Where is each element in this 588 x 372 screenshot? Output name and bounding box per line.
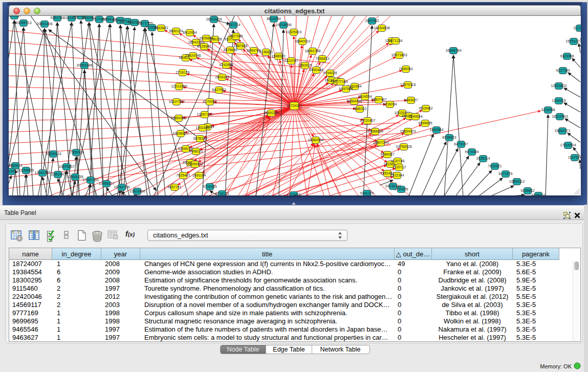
svg-text:7955812: 7955812 <box>315 57 329 60</box>
svg-text:16961758: 16961758 <box>304 49 320 53</box>
svg-text:18807249: 18807249 <box>373 141 388 144</box>
svg-text:7986322: 7986322 <box>353 107 366 111</box>
svg-text:10973493: 10973493 <box>391 53 407 57</box>
svg-text:9699695: 9699695 <box>418 121 432 125</box>
svg-text:9474444: 9474444 <box>465 150 478 154</box>
svg-text:1244415: 1244415 <box>552 99 565 102</box>
svg-text:1931845: 1931845 <box>195 126 209 129</box>
svg-text:7850614: 7850614 <box>9 164 23 167</box>
svg-text:9498222: 9498222 <box>189 149 203 153</box>
svg-text:10756928: 10756928 <box>396 145 411 148</box>
svg-text:8125992: 8125992 <box>197 45 211 48</box>
svg-text:3878335: 3878335 <box>193 137 207 140</box>
svg-text:2718176: 2718176 <box>176 71 189 74</box>
svg-text:12505135: 12505135 <box>67 175 83 179</box>
svg-text:8990448: 8990448 <box>309 68 323 72</box>
svg-text:23055713: 23055713 <box>15 21 31 25</box>
svg-text:12975115: 12975115 <box>400 83 416 86</box>
svg-text:1691144: 1691144 <box>192 173 206 177</box>
svg-text:15720407: 15720407 <box>359 119 375 122</box>
svg-text:9329966: 9329966 <box>560 54 574 58</box>
svg-text:2522344: 2522344 <box>390 173 404 177</box>
svg-text:9341220: 9341220 <box>360 191 374 195</box>
svg-text:8912954: 8912954 <box>183 31 197 34</box>
svg-text:9794028: 9794028 <box>323 71 337 75</box>
svg-text:16099452: 16099452 <box>187 162 203 166</box>
svg-text:16782759: 16782759 <box>114 185 129 189</box>
svg-text:20691406: 20691406 <box>36 22 52 26</box>
svg-text:13267130: 13267130 <box>197 113 212 116</box>
svg-text:15692971: 15692971 <box>554 129 570 133</box>
svg-text:21364436: 21364436 <box>346 99 362 103</box>
svg-text:10654112: 10654112 <box>509 180 525 183</box>
svg-text:16210643: 16210643 <box>552 115 568 118</box>
svg-text:2687682: 2687682 <box>365 19 379 23</box>
svg-text:8471676: 8471676 <box>498 172 512 176</box>
svg-text:9084067: 9084067 <box>380 152 394 156</box>
svg-text:12942757: 12942757 <box>34 171 50 174</box>
svg-text:9327546: 9327546 <box>229 34 243 38</box>
svg-text:6216034: 6216034 <box>383 102 397 106</box>
svg-text:11451947: 11451947 <box>50 172 66 176</box>
svg-text:9515462: 9515462 <box>419 106 432 110</box>
svg-text:5322037: 5322037 <box>284 59 298 62</box>
svg-text:7632621: 7632621 <box>488 164 502 168</box>
svg-text:12923466: 12923466 <box>129 189 145 193</box>
svg-text:20206533: 20206533 <box>45 152 61 156</box>
svg-text:1120712: 1120712 <box>392 165 406 169</box>
svg-text:2803144: 2803144 <box>215 75 229 79</box>
svg-text:10958157: 10958157 <box>98 182 114 185</box>
svg-text:1112456: 1112456 <box>573 26 580 30</box>
svg-text:9227349: 9227349 <box>556 69 570 72</box>
svg-text:20053346: 20053346 <box>76 63 92 67</box>
svg-text:9777169: 9777169 <box>334 80 347 83</box>
svg-text:2867608: 2867608 <box>233 44 247 48</box>
svg-text:9716123: 9716123 <box>215 192 229 195</box>
svg-text:6479197: 6479197 <box>454 142 468 146</box>
svg-text:1549644: 1549644 <box>408 115 422 118</box>
svg-text:9657791: 9657791 <box>167 185 181 189</box>
svg-text:1120746: 1120746 <box>390 159 404 163</box>
svg-text:1588520: 1588520 <box>271 54 285 58</box>
svg-text:10975857: 10975857 <box>58 165 74 168</box>
svg-text:12213369: 12213369 <box>171 84 187 88</box>
svg-text:1605844: 1605844 <box>199 36 213 40</box>
svg-text:9245652: 9245652 <box>520 189 534 192</box>
svg-text:17359924: 17359924 <box>68 150 84 154</box>
svg-text:1240557: 1240557 <box>9 16 21 17</box>
svg-text:8813054: 8813054 <box>267 17 280 20</box>
svg-text:1167534: 1167534 <box>568 156 580 159</box>
svg-text:10807487: 10807487 <box>371 98 386 101</box>
svg-text:16640910: 16640910 <box>294 39 310 43</box>
svg-text:8427552: 8427552 <box>212 88 226 92</box>
svg-text:9671234: 9671234 <box>388 39 402 42</box>
svg-text:1362615: 1362615 <box>298 63 312 67</box>
svg-text:11156839: 11156839 <box>18 168 33 172</box>
svg-text:18724007: 18724007 <box>286 104 302 107</box>
svg-text:9660124: 9660124 <box>169 29 183 33</box>
svg-text:16648784: 16648784 <box>445 49 461 52</box>
svg-text:3875685: 3875685 <box>223 48 237 52</box>
svg-text:19384554: 19384554 <box>308 138 323 142</box>
svg-text:23420046: 23420046 <box>185 54 201 57</box>
svg-text:19654983: 19654983 <box>170 116 186 120</box>
svg-text:4170061: 4170061 <box>203 100 216 103</box>
svg-text:6497568: 6497568 <box>339 87 353 91</box>
svg-text:14136141: 14136141 <box>385 184 401 188</box>
svg-text:9463627: 9463627 <box>404 98 418 102</box>
svg-text:12093832: 12093832 <box>551 84 567 87</box>
svg-text:9245110: 9245110 <box>531 193 545 195</box>
svg-text:7663822: 7663822 <box>154 26 168 30</box>
svg-text:9716485: 9716485 <box>203 185 216 188</box>
svg-text:19166827: 19166827 <box>172 132 188 135</box>
svg-text:7625402: 7625402 <box>176 173 190 177</box>
svg-text:19654923: 19654923 <box>400 129 416 133</box>
svg-text:9361766: 9361766 <box>50 16 64 19</box>
svg-text:1273456: 1273456 <box>287 193 300 195</box>
svg-text:3913934: 3913934 <box>9 169 18 173</box>
svg-text:9242848: 9242848 <box>219 63 233 67</box>
svg-text:9146821: 9146821 <box>259 50 273 54</box>
svg-text:2935114: 2935114 <box>476 157 490 160</box>
svg-text:17016504: 17016504 <box>560 143 576 147</box>
svg-text:10688609: 10688609 <box>367 129 383 133</box>
